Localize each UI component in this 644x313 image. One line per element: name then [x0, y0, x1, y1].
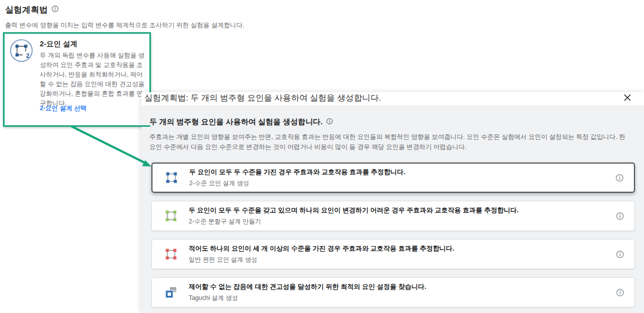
option-taguchi[interactable]: 제어할 수 없는 잡음에 대한 견고성을 달성하기 위한 최적의 요인 설정을 …	[151, 277, 635, 307]
dialog-heading: 두 개의 범주형 요인을 사용하여 실험을 생성합니다.	[149, 117, 323, 127]
svg-text:2: 2	[26, 52, 30, 59]
two-factor-design-icon: 2	[10, 39, 33, 64]
option-subtitle: Taguchi 설계 생성	[189, 294, 426, 302]
info-icon[interactable]	[616, 212, 624, 220]
option-title: 적어도 하나의 요인이 세 개 이상의 수준을 가진 경우 주효과와 교호작용 …	[189, 244, 454, 253]
design-options-list: 두 요인이 모두 두 수준을 가진 경우 주효과와 교호작용 효과를 추정합니다…	[151, 163, 635, 307]
split-plot-design-icon	[165, 210, 177, 222]
info-icon[interactable]	[616, 250, 624, 259]
dialog-body: 두 개의 범주형 요인을 사용하여 실험을 생성합니다. 주효과는 개별 요인의…	[141, 105, 644, 313]
two-level-factorial-design-icon	[166, 172, 178, 184]
general-full-factorial-design-icon	[165, 248, 177, 260]
select-two-factor-design-link[interactable]: 2-요인 설계 선택	[40, 104, 87, 113]
info-icon[interactable]	[615, 174, 624, 182]
option-title: 두 요인이 모두 두 수준을 가진 경우 주효과와 교호작용 효과를 추정합니다…	[189, 168, 406, 177]
option-split-plot[interactable]: 두 요인이 모두 두 수준을 갖고 있으며 하나의 요인이 변경하기 어려운 경…	[151, 201, 635, 231]
annotation-arrow-shaft	[71, 126, 145, 163]
info-icon[interactable]	[51, 5, 59, 15]
option-subtitle: 일반 완전 요인 설계 생성	[189, 256, 454, 264]
page-subtitle: 출력 변수에 영향을 미치는 입력 변수를 체계적으로 조사하기 위한 실험을 …	[5, 21, 245, 30]
dialog-title: 실험계획법: 두 개의 범주형 요인을 사용하여 실험을 생성합니다.	[144, 93, 381, 104]
page-title: 실험계획법	[5, 4, 48, 16]
page-header: 실험계획법 출력 변수에 영향을 미치는 입력 변수를 체계적으로 조사하기 위…	[5, 4, 245, 30]
option-title: 두 요인이 모두 두 수준을 갖고 있으며 하나의 요인이 변경하기 어려운 경…	[189, 206, 519, 215]
info-icon[interactable]	[326, 118, 333, 126]
close-icon[interactable]	[622, 93, 632, 103]
option-title: 제어할 수 없는 잡음에 대한 견고성을 달성하기 위한 최적의 요인 설정을 …	[189, 282, 426, 291]
option-subtitle: 2-수준 요인 설계 생성	[189, 179, 406, 188]
doe-dialog: 실험계획법: 두 개의 범주형 요인을 사용하여 실험을 생성합니다. 두 개의…	[141, 92, 644, 313]
two-factor-design-card[interactable]: 2 2-요인 설계 두 개의 독립 변수를 사용해 실험을 생성하여 요인 주효…	[4, 32, 150, 126]
option-subtitle: 2-수준 분할구 설계 만들기	[189, 217, 519, 226]
card-description: 두 개의 독립 변수를 사용해 실험을 생성하여 요인 주효과 및 교호작용을 …	[40, 51, 147, 108]
dialog-description: 주효과는 개별 요인의 영향을 보여주는 반면, 교호작용 효과는 반응에 대한…	[149, 132, 632, 152]
taguchi-design-icon	[165, 286, 177, 298]
dialog-titlebar: 실험계획법: 두 개의 범주형 요인을 사용하여 실험을 생성합니다.	[141, 92, 644, 105]
info-icon[interactable]	[616, 288, 624, 297]
card-title: 2-요인 설계	[40, 39, 77, 49]
option-two-level-factorial[interactable]: 두 요인이 모두 두 수준을 가진 경우 주효과와 교호작용 효과를 추정합니다…	[151, 163, 635, 193]
option-general-full-factorial[interactable]: 적어도 하나의 요인이 세 개 이상의 수준을 가진 경우 주효과와 교호작용 …	[151, 239, 635, 269]
